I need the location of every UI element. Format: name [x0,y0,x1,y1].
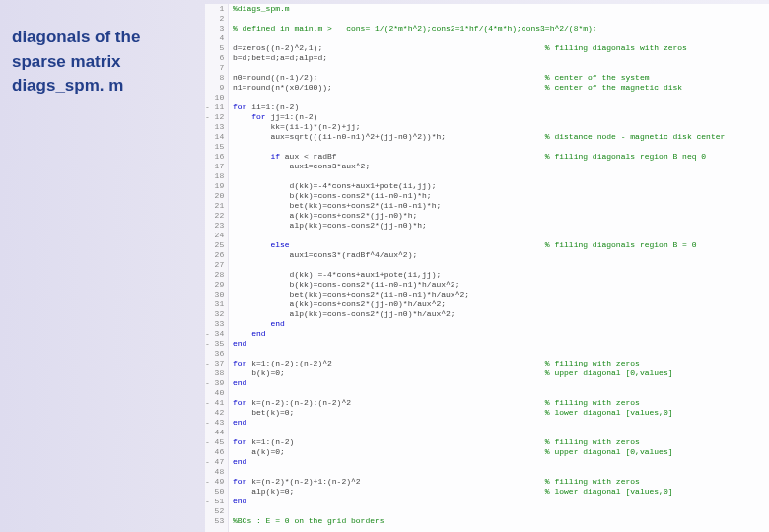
title-line-3: diags_spm. m [12,74,199,99]
code-body[interactable]: %diags_spm.m % defined in main.m > cons=… [229,4,769,532]
title-line-2: sparse matrix [12,50,199,75]
code-editor: 1 2 3 4 5 6 7 8 9 10 - 11 - 12 13 14 15 … [205,4,769,532]
title-line-1: diagonals of the [12,26,199,50]
slide: diagonals of the sparse matrix diags_spm… [0,0,769,532]
slide-title-block: diagonals of the sparse matrix diags_spm… [12,26,199,99]
code-gutter: 1 2 3 4 5 6 7 8 9 10 - 11 - 12 13 14 15 … [205,4,229,532]
